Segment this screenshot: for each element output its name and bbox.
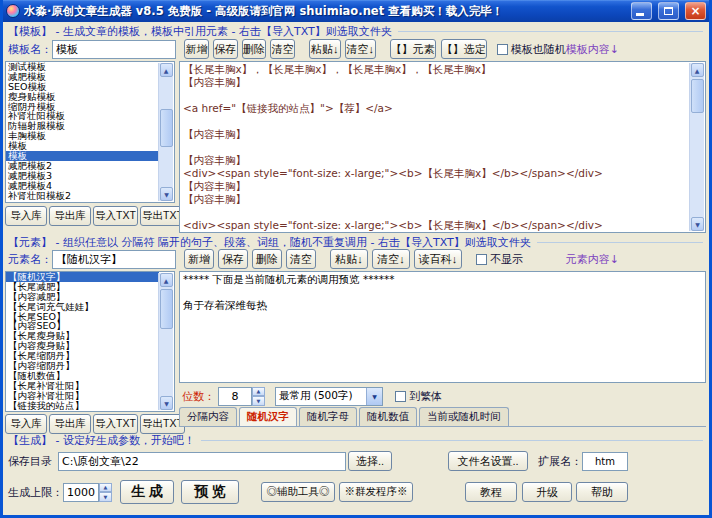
element-save-button[interactable]: 保存 [218, 249, 248, 269]
template-list-item[interactable]: 丰胸模板 [6, 131, 159, 141]
tab-random-hanzi[interactable]: 随机汉字 [239, 407, 297, 426]
element-delete-button[interactable]: 删除 [252, 249, 282, 269]
mass-sender-button[interactable]: ※群发程序※ [339, 482, 413, 502]
template-list-item[interactable]: SEO模板 [6, 82, 159, 92]
insert-element-button[interactable]: 【】元素 [390, 39, 436, 59]
template-content-scrollbar[interactable]: ▲ ▼ [689, 63, 704, 231]
element-list-scrollbar[interactable]: ▲ ▼ [158, 273, 173, 410]
element-list-item[interactable]: 【链接我的站点】 [6, 401, 159, 411]
help-button[interactable]: 帮助 [576, 482, 628, 502]
template-paste-button[interactable]: 粘贴↓ [309, 39, 340, 59]
tutorial-button[interactable]: 教程 [465, 482, 517, 502]
upgrade-button[interactable]: 升级 [522, 482, 572, 502]
element-import-txt-button[interactable]: 导入TXT [93, 414, 138, 434]
element-clear-down-button[interactable]: 清空↓ [372, 249, 410, 269]
element-list-item[interactable]: 【长尾词充气娃娃】 [6, 302, 159, 312]
preview-button[interactable]: 预览 [181, 480, 239, 504]
spin-up-icon[interactable]: ▲ [99, 483, 112, 493]
template-new-button[interactable]: 新增 [184, 39, 209, 59]
element-new-button[interactable]: 新增 [184, 249, 214, 269]
template-delete-button[interactable]: 删除 [242, 39, 267, 59]
element-name-input[interactable] [52, 250, 176, 269]
template-list-item-selected[interactable]: 模板 [6, 151, 159, 161]
chevron-down-icon[interactable]: ▼ [366, 388, 382, 405]
scroll-up-icon[interactable]: ▲ [160, 63, 173, 77]
template-random-checkbox[interactable] [497, 44, 508, 55]
element-content-box[interactable]: ***** 下面是当前随机元素的调用预览 ****** 角于存着深维每热 [179, 271, 706, 383]
digits-input[interactable] [218, 387, 252, 406]
extension-input[interactable] [582, 452, 628, 471]
scroll-down-icon[interactable]: ▼ [160, 396, 173, 410]
tab-separated-content[interactable]: 分隔内容 [179, 407, 237, 426]
aux-tools-button[interactable]: ◎辅助工具◎ [261, 482, 335, 502]
scrollbar-thumb[interactable] [160, 289, 173, 329]
template-content-link[interactable]: 模板内容↓ [566, 42, 619, 57]
scroll-up-icon[interactable]: ▲ [691, 63, 704, 77]
template-content-text[interactable]: 【长尾丰胸x】，【长尾丰胸x】，【长尾丰胸x】，【长尾丰胸x】 【内容丰胸】 <… [180, 62, 689, 232]
template-import-txt-button[interactable]: 导入TXT [93, 206, 138, 226]
scroll-down-icon[interactable]: ▼ [160, 187, 173, 201]
template-clear-down-button[interactable]: 清空↓ [345, 39, 376, 59]
template-list-item[interactable]: 补肾壮阳模板 [6, 111, 159, 121]
template-list-item[interactable]: 减肥模板4 [6, 181, 159, 191]
template-list-item[interactable]: 减肥模板3 [6, 171, 159, 181]
scroll-down-icon[interactable]: ▼ [691, 217, 704, 231]
element-list-item[interactable]: 【内容补肾壮阳】 [6, 391, 159, 401]
element-export-lib-button[interactable]: 导出库 [49, 414, 91, 434]
template-name-input[interactable] [52, 40, 176, 59]
minimize-button[interactable] [631, 2, 652, 20]
tab-random-time[interactable]: 当前或随机时间 [419, 407, 509, 426]
template-list-item[interactable]: 模板 [6, 141, 159, 151]
element-list[interactable]: 【随机汉字】 【长尾减肥】 【内容减肥】 【长尾词充气娃娃】 【长尾SEO】 【… [5, 271, 175, 412]
element-list-item[interactable]: 【长尾瘦身贴】 [6, 331, 159, 341]
choose-dir-button[interactable]: 选择.. [348, 451, 392, 471]
template-list-item[interactable]: 减肥模板 [6, 72, 159, 82]
generate-button[interactable]: 生成 [120, 480, 174, 504]
template-export-lib-button[interactable]: 导出库 [49, 206, 91, 226]
template-list-item[interactable]: 测试模板 [6, 62, 159, 72]
tab-random-number[interactable]: 随机数值 [359, 407, 417, 426]
element-list-item[interactable]: 【内容减肥】 [6, 292, 159, 302]
generate-limit-stepper[interactable]: ▲ ▼ [99, 483, 112, 502]
scroll-up-icon[interactable]: ▲ [160, 273, 173, 287]
maximize-button[interactable] [658, 2, 679, 20]
element-list-item[interactable]: 【长尾SEO】 [6, 312, 159, 322]
insert-selected-button[interactable]: 【】选定 [441, 39, 487, 59]
element-clear-button[interactable]: 清空 [286, 249, 316, 269]
digits-stepper[interactable]: ▲ ▼ [252, 387, 265, 406]
template-clear-button[interactable]: 清空 [270, 39, 295, 59]
template-import-lib-button[interactable]: 导入库 [5, 206, 47, 226]
template-list[interactable]: 测试模板 减肥模板 SEO模板 瘦身贴模板 缩阴丹模板 补肾壮阳模板 防辐射服模… [5, 61, 175, 203]
element-import-lib-button[interactable]: 导入库 [5, 414, 47, 434]
template-list-item[interactable]: 补肾壮阳模板2 [6, 191, 159, 201]
template-save-button[interactable]: 保存 [213, 39, 238, 59]
charset-select[interactable]: 最常用 (500字) ▼ [275, 387, 383, 406]
element-content-link[interactable]: 元素内容↓ [566, 252, 619, 267]
read-baike-button[interactable]: 读百科↓ [414, 249, 462, 269]
template-content-box[interactable]: 【长尾丰胸x】，【长尾丰胸x】，【长尾丰胸x】，【长尾丰胸x】 【内容丰胸】 <… [179, 61, 706, 233]
save-dir-input[interactable] [58, 452, 346, 471]
template-list-item[interactable]: 防辐射服模板 [6, 121, 159, 131]
element-paste-button[interactable]: 粘贴↓ [330, 249, 368, 269]
scrollbar-thumb[interactable] [160, 109, 173, 147]
scrollbar-thumb[interactable] [691, 79, 704, 113]
template-list-item[interactable]: 缩阴丹模板 [6, 102, 159, 112]
element-hide-checkbox[interactable] [476, 254, 487, 265]
element-list-item[interactable]: 【随机数值】 [6, 371, 159, 381]
spin-down-icon[interactable]: ▼ [252, 396, 265, 406]
element-list-item[interactable]: 【长尾补肾壮阳】 [6, 381, 159, 391]
close-button[interactable]: × [685, 2, 706, 20]
element-list-item[interactable]: 【内容缩阴丹】 [6, 361, 159, 371]
template-list-item[interactable]: 减肥模板2 [6, 161, 159, 171]
template-list-item[interactable]: 瘦身贴模板 [6, 92, 159, 102]
element-list-item[interactable]: 【内容SEO】 [6, 321, 159, 331]
element-list-item-selected[interactable]: 【随机汉字】 [6, 272, 159, 282]
element-content-text[interactable]: ***** 下面是当前随机元素的调用预览 ****** 角于存着深维每热 [180, 272, 705, 312]
spin-down-icon[interactable]: ▼ [99, 492, 112, 502]
traditional-checkbox[interactable] [395, 391, 406, 402]
element-list-item[interactable]: 【长尾减肥】 [6, 282, 159, 292]
title-bar[interactable]: 水淼·原创文章生成器 v8.5 免费版 - 高级版请到官网 shuimiao.n… [3, 0, 709, 22]
element-list-item[interactable]: 【内容瘦身贴】 [6, 341, 159, 351]
tab-random-letters[interactable]: 随机字母 [299, 407, 357, 426]
template-list-scrollbar[interactable]: ▲ ▼ [158, 63, 173, 201]
